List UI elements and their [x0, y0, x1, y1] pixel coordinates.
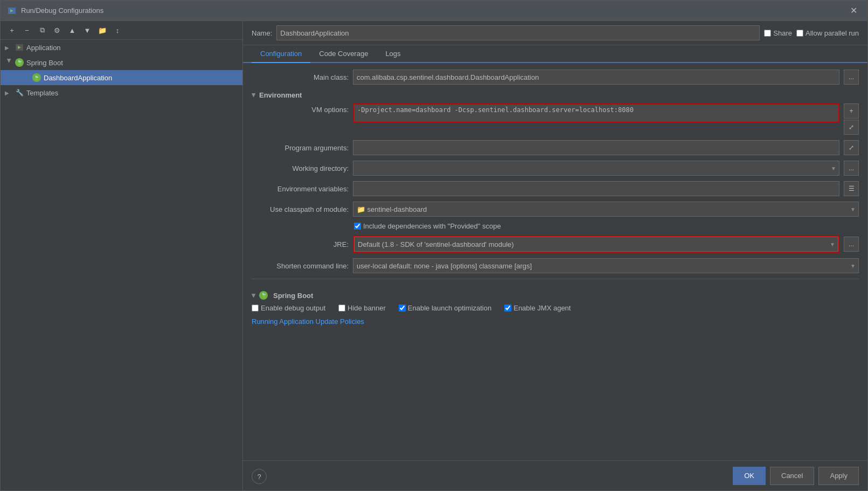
- dashboard-icon: 🍃: [32, 73, 41, 82]
- working-dir-row: Working directory: ▼ ...: [252, 161, 859, 176]
- tab-configuration[interactable]: Configuration: [252, 45, 310, 63]
- sidebar-item-label-spring-boot: Spring Boot: [26, 59, 63, 67]
- spring-boot-section-header: ▶ 🍃 Spring Boot: [252, 291, 859, 300]
- sort-button[interactable]: ↕: [110, 23, 124, 37]
- tree-arrow-application: ▶: [5, 45, 13, 51]
- main-class-label: Main class:: [252, 73, 349, 81]
- tab-logs[interactable]: Logs: [377, 45, 409, 63]
- folder-button[interactable]: 📁: [95, 23, 109, 37]
- shorten-cmd-select[interactable]: user-local default: none - java [options…: [353, 258, 859, 273]
- working-dir-input[interactable]: [353, 161, 839, 176]
- running-policies-link[interactable]: Running Application Update Policies: [252, 317, 364, 326]
- tree-arrow-spring-boot: ▶: [6, 58, 12, 67]
- enable-launch-label[interactable]: Enable launch optimization: [399, 304, 491, 312]
- sidebar-item-spring-boot[interactable]: ▶ 🍃 Spring Boot: [1, 55, 242, 70]
- env-vars-input[interactable]: [353, 181, 839, 196]
- vm-options-input[interactable]: -Dproject.name=dashboard -Dcsp.sentinel.…: [353, 103, 839, 123]
- sidebar-item-dashboard[interactable]: 🍃 DashboardApplication: [1, 70, 242, 85]
- share-checkbox-label[interactable]: Share: [764, 29, 792, 37]
- app-icon: [7, 6, 17, 16]
- main-class-row: Main class: ...: [252, 70, 859, 85]
- spring-boot-section-title: Spring Boot: [273, 292, 313, 300]
- ok-button[interactable]: OK: [733, 467, 766, 485]
- working-dir-label: Working directory:: [252, 164, 349, 172]
- tree-arrow-templates: ▶: [5, 90, 13, 96]
- enable-jmx-text: Enable JMX agent: [513, 304, 571, 312]
- remove-button[interactable]: −: [20, 23, 34, 37]
- spring-boot-checkboxes: Enable debug output Hide banner Enable l…: [252, 304, 859, 312]
- enable-launch-checkbox[interactable]: [399, 305, 406, 312]
- enable-jmx-label[interactable]: Enable JMX agent: [504, 304, 571, 312]
- help-button[interactable]: ?: [252, 469, 267, 484]
- tab-code-coverage[interactable]: Code Coverage: [310, 45, 377, 63]
- spring-boot-icon: 🍃: [15, 58, 24, 67]
- share-label: Share: [773, 29, 792, 37]
- env-vars-row: Environment variables: ☰: [252, 181, 859, 196]
- classpath-row: Use classpath of module: 📁 sentinel-dash…: [252, 202, 859, 217]
- hide-banner-checkbox[interactable]: [338, 305, 345, 312]
- jre-row: JRE: Default (1.8 - SDK of 'sentinel-das…: [252, 236, 859, 253]
- tabs-bar: Configuration Code Coverage Logs: [243, 45, 867, 63]
- shorten-cmd-label: Shorten command line:: [252, 262, 349, 270]
- content-area: + − ⧉ ⚙ ▲ ▼ 📁 ↕ ▶: [1, 21, 867, 490]
- bottom-bar: ? OK Cancel Apply: [243, 460, 867, 490]
- dialog-title: Run/Debug Configurations: [21, 6, 846, 15]
- jre-select[interactable]: Default (1.8 - SDK of 'sentinel-dashboar…: [354, 237, 838, 252]
- config-toolbar: + − ⧉ ⚙ ▲ ▼ 📁 ↕: [1, 21, 242, 40]
- program-args-expand-button[interactable]: ⤢: [844, 140, 859, 155]
- parallel-checkbox[interactable]: [796, 30, 803, 37]
- settings-button[interactable]: ⚙: [50, 23, 64, 37]
- application-icon: [15, 43, 24, 52]
- add-button[interactable]: +: [5, 23, 19, 37]
- main-class-browse-button[interactable]: ...: [844, 70, 859, 85]
- tree-area: ▶ Application ▶ 🍃 Spring Boot: [1, 40, 242, 490]
- main-class-input[interactable]: [353, 70, 839, 85]
- left-panel: + − ⧉ ⚙ ▲ ▼ 📁 ↕ ▶: [1, 21, 243, 490]
- dialog: Run/Debug Configurations ✕ + − ⧉ ⚙ ▲ ▼ 📁…: [0, 0, 868, 491]
- parallel-checkbox-label[interactable]: Allow parallel run: [796, 29, 859, 37]
- include-deps-label[interactable]: Include dependencies with "Provided" sco…: [354, 222, 501, 230]
- sidebar-item-application[interactable]: ▶ Application: [1, 40, 242, 55]
- jre-browse-button[interactable]: ...: [844, 237, 859, 252]
- parallel-label: Allow parallel run: [805, 29, 859, 37]
- environment-section-header: ▶ Environment: [252, 91, 859, 99]
- vm-options-row: VM options: -Dproject.name=dashboard -Dc…: [252, 103, 859, 135]
- environment-arrow: ▶: [251, 93, 257, 98]
- vm-options-expand-button[interactable]: +: [844, 103, 859, 119]
- name-row: Name: Share Allow parallel run: [243, 21, 867, 45]
- down-button[interactable]: ▼: [80, 23, 94, 37]
- enable-jmx-checkbox[interactable]: [504, 305, 511, 312]
- share-checkbox[interactable]: [764, 30, 771, 37]
- include-deps-text: Include dependencies with "Provided" sco…: [363, 222, 501, 230]
- vm-options-fullscreen-button[interactable]: ⤢: [844, 120, 859, 135]
- close-button[interactable]: ✕: [846, 3, 861, 18]
- copy-button[interactable]: ⧉: [35, 23, 49, 37]
- program-args-row: Program arguments: ⤢: [252, 140, 859, 155]
- enable-debug-checkbox[interactable]: [252, 305, 259, 312]
- up-button[interactable]: ▲: [65, 23, 79, 37]
- sidebar-item-label-application: Application: [26, 44, 61, 52]
- vm-options-label: VM options:: [252, 103, 349, 114]
- name-label: Name:: [252, 29, 272, 37]
- spring-boot-section: ▶ 🍃 Spring Boot Enable debug output Hide…: [252, 279, 859, 326]
- hide-banner-label[interactable]: Hide banner: [338, 304, 386, 312]
- enable-debug-label[interactable]: Enable debug output: [252, 304, 325, 312]
- spring-boot-arrow: ▶: [251, 293, 257, 298]
- env-vars-label: Environment variables:: [252, 185, 349, 193]
- program-args-label: Program arguments:: [252, 144, 349, 152]
- sidebar-item-templates[interactable]: ▶ 🔧 Templates: [1, 85, 242, 100]
- cancel-button[interactable]: Cancel: [770, 467, 814, 485]
- working-dir-browse-button[interactable]: ...: [844, 161, 859, 176]
- sidebar-item-label-dashboard: DashboardApplication: [44, 74, 112, 82]
- env-vars-browse-button[interactable]: ☰: [844, 181, 859, 196]
- jre-label: JRE:: [252, 240, 349, 248]
- enable-debug-text: Enable debug output: [261, 304, 325, 312]
- classpath-select[interactable]: 📁 sentinel-dashboard: [353, 202, 859, 217]
- program-args-input[interactable]: [353, 140, 839, 155]
- include-deps-checkbox[interactable]: [354, 223, 361, 230]
- environment-label: Environment: [259, 91, 302, 99]
- enable-launch-text: Enable launch optimization: [408, 304, 491, 312]
- name-input[interactable]: [276, 25, 760, 40]
- classpath-label: Use classpath of module:: [252, 205, 349, 213]
- apply-button[interactable]: Apply: [818, 467, 859, 485]
